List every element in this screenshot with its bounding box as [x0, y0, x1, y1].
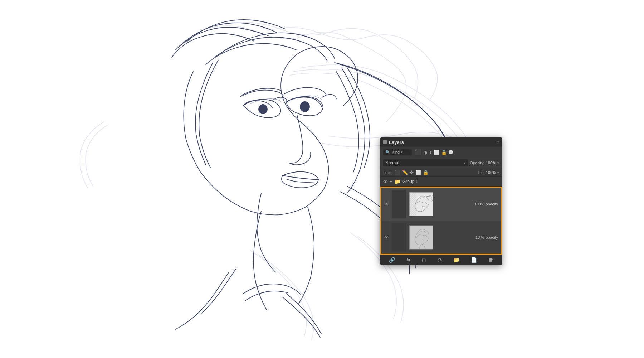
circle-filter-icon[interactable]: [449, 150, 453, 154]
filter-search[interactable]: 🔍 Kind ▾: [383, 149, 412, 155]
layer2-thumbnail: [409, 225, 433, 250]
layer2-visibility-icon[interactable]: 👁: [384, 235, 389, 240]
layer1-thumbnail: [409, 192, 433, 216]
lock-filter-icon[interactable]: 🔒: [441, 150, 447, 155]
layer1-visibility-icon[interactable]: 👁: [384, 202, 389, 207]
lock-artboard-icon[interactable]: ⬜: [415, 170, 421, 175]
lock-row: Lock: ⬛ ✏️ ✛ ⬜ 🔒 Fill: 100% ▾: [380, 168, 502, 177]
svg-point-2: [300, 102, 309, 112]
layer2-opacity-label: 13 % opacity: [475, 235, 498, 240]
opacity-label: Opacity:: [470, 161, 484, 165]
opacity-value[interactable]: 100%: [486, 161, 496, 165]
titlebar-left: Layers: [383, 140, 404, 145]
lock-pixels-icon[interactable]: ⬛: [395, 170, 400, 175]
layers-panel: Layers ≡ 🔍 Kind ▾ ⬛ ◑ T ⬜ 🔒 Normal ▾ Opa…: [380, 137, 502, 265]
svg-point-1: [259, 105, 267, 114]
sketch-svg: [0, 0, 644, 358]
panel-menu-icon[interactable]: ≡: [496, 139, 499, 145]
layer2-thumb-sketch: [410, 226, 433, 250]
group-name[interactable]: Group 1: [402, 179, 418, 184]
lock-icons: ⬛ ✏️ ✛ ⬜ 🔒: [395, 170, 429, 175]
svg-rect-4: [410, 226, 433, 250]
opacity-section: Opacity: 100% ▾: [470, 161, 499, 165]
layer1-mask-area: [392, 190, 406, 218]
lock-all-icon[interactable]: 🔒: [423, 170, 429, 175]
search-icon: 🔍: [385, 150, 390, 155]
panel-bottom: 🔗 fx ◻ ◔ 📁 📄 🗑: [380, 255, 502, 265]
adjustment-icon[interactable]: ◻: [422, 257, 426, 263]
opacity-arrow: ▾: [497, 161, 499, 165]
link-icon[interactable]: 🔗: [389, 257, 395, 263]
layer-row[interactable]: 👁: [381, 188, 501, 221]
delete-icon[interactable]: 🗑: [488, 257, 493, 263]
fill-arrow: ▾: [497, 171, 499, 174]
shape-filter-icon[interactable]: ⬜: [434, 150, 439, 155]
layer1-opacity-label: 100% opacity: [474, 202, 498, 206]
group-folder-icon: 📁: [394, 179, 400, 184]
layer1-thumb-sketch: [410, 193, 433, 216]
lock-label: Lock:: [383, 170, 392, 175]
layers-content: 👁: [380, 187, 502, 255]
svg-rect-3: [410, 193, 433, 216]
blend-mode-row: Normal ▾ Opacity: 100% ▾: [380, 158, 502, 168]
mask-icon[interactable]: ◔: [438, 257, 442, 263]
filter-row: 🔍 Kind ▾ ⬛ ◑ T ⬜ 🔒: [380, 147, 502, 158]
new-layer-icon[interactable]: 📄: [471, 257, 477, 263]
group-visibility-icon[interactable]: 👁: [383, 179, 388, 184]
filter-icons: ⬛ ◑ T ⬜ 🔒: [415, 149, 453, 155]
group-collapse-arrow[interactable]: ▾: [390, 179, 392, 184]
panel-titlebar: Layers ≡: [380, 137, 502, 147]
fill-section: Fill: 100% ▾: [478, 170, 499, 175]
adjust-filter-icon[interactable]: ◑: [423, 150, 427, 155]
group-row: 👁 ▾ 📁 Group 1: [380, 177, 502, 187]
layer-row[interactable]: 👁: [381, 221, 501, 254]
fx-icon[interactable]: fx: [406, 257, 410, 262]
lock-move-icon[interactable]: ✛: [410, 170, 414, 175]
fill-value[interactable]: 100%: [486, 170, 496, 175]
blend-mode-dropdown[interactable]: Normal ▾: [383, 159, 468, 166]
layer2-mask-area: [392, 223, 406, 252]
new-group-icon[interactable]: 📁: [453, 257, 459, 263]
close-button[interactable]: [383, 140, 387, 144]
panel-title: Layers: [389, 140, 404, 145]
type-filter-icon[interactable]: T: [429, 150, 432, 155]
lock-paint-icon[interactable]: ✏️: [402, 170, 408, 175]
kind-dropdown-arrow: ▾: [401, 150, 403, 154]
kind-label: Kind: [392, 150, 400, 154]
pixel-filter-icon[interactable]: ⬛: [415, 149, 421, 155]
blend-mode-value: Normal: [385, 160, 399, 165]
fill-label: Fill:: [478, 170, 484, 175]
blend-dropdown-arrow: ▾: [464, 161, 466, 165]
canvas-area: [0, 0, 644, 358]
